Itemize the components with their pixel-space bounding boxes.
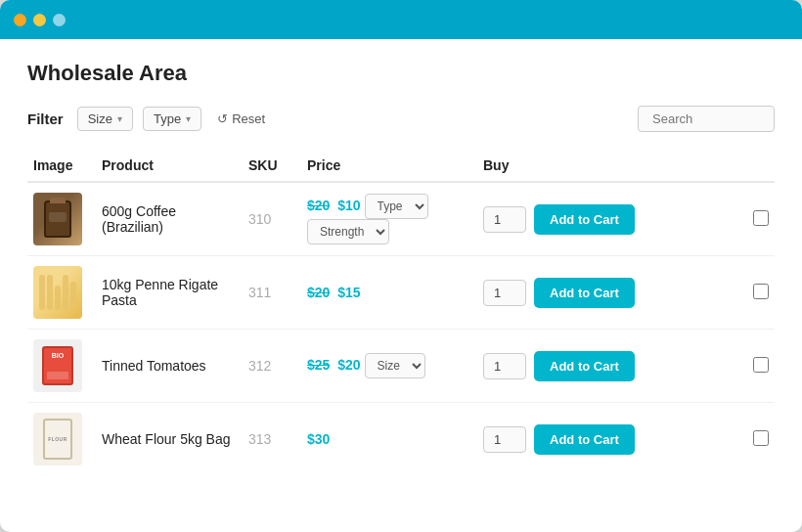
product-sku: 310 [248, 211, 271, 227]
filter-label: Filter [27, 111, 64, 127]
product-name: 10kg Penne Rigate Pasta [102, 277, 218, 308]
coffee-jar-icon [44, 200, 71, 238]
row-checkbox[interactable] [753, 357, 769, 373]
window-dot-green[interactable] [53, 14, 66, 26]
size-chevron-icon: ▾ [117, 113, 122, 124]
product-image-flour [33, 413, 82, 466]
buy-cell: Add to Cart [483, 278, 741, 308]
price-sale: $10 [337, 198, 360, 213]
table-row: 600g Coffee (Brazilian) 310 $20 $10 Type… [27, 182, 775, 256]
strength-select[interactable]: Strength [307, 219, 389, 244]
window-dot-yellow[interactable] [33, 14, 46, 26]
tomato-can-icon [42, 346, 73, 385]
buy-cell: Add to Cart [483, 351, 741, 381]
reset-button[interactable]: ↺ Reset [211, 108, 271, 130]
product-sku: 311 [248, 285, 271, 300]
row-checkbox[interactable] [753, 284, 769, 299]
product-sku: 312 [248, 358, 271, 374]
titlebar [0, 0, 802, 39]
window-dot-red[interactable] [14, 14, 26, 26]
type-filter[interactable]: Type ▾ [143, 107, 201, 131]
th-product: Product [96, 150, 243, 182]
type-chevron-icon: ▾ [186, 113, 191, 124]
product-name: Tinned Tomatoes [102, 358, 206, 374]
price-original: $20 [307, 198, 330, 213]
add-to-cart-button[interactable]: Add to Cart [534, 351, 635, 381]
products-table: Image Product SKU Price Buy [27, 150, 775, 475]
search-input[interactable] [638, 106, 775, 132]
pasta-icon [39, 275, 76, 310]
qty-input[interactable] [483, 280, 526, 306]
search-wrap [638, 106, 775, 132]
type-filter-label: Type [154, 111, 181, 126]
add-to-cart-button[interactable]: Add to Cart [534, 424, 635, 455]
size-select[interactable]: Size [365, 353, 425, 378]
add-to-cart-button[interactable]: Add to Cart [534, 204, 635, 235]
buy-cell: Add to Cart [483, 204, 741, 235]
product-image-coffee [33, 193, 82, 245]
price-only: $30 [307, 431, 330, 447]
app-window: Wholesale Area Filter Size ▾ Type ▾ ↺ Re… [0, 0, 802, 532]
main-content: Wholesale Area Filter Size ▾ Type ▾ ↺ Re… [0, 39, 802, 491]
reset-label: Reset [232, 111, 265, 126]
th-price: Price [301, 150, 477, 182]
product-name: Wheat Flour 5kg Bag [102, 431, 231, 447]
filter-bar: Filter Size ▾ Type ▾ ↺ Reset [27, 106, 775, 132]
price-original: $20 [307, 285, 330, 300]
qty-input[interactable] [483, 353, 526, 379]
price-original: $25 [307, 357, 330, 373]
qty-input[interactable] [483, 206, 526, 233]
qty-input[interactable] [483, 426, 526, 453]
th-image: Image [27, 150, 96, 182]
type-select[interactable]: Type [365, 194, 428, 219]
add-to-cart-button[interactable]: Add to Cart [534, 278, 635, 308]
product-sku: 313 [248, 431, 271, 447]
price-sale: $20 [337, 357, 360, 373]
product-image-tomato [33, 339, 82, 392]
th-buy: Buy [477, 150, 747, 182]
product-name: 600g Coffee (Brazilian) [102, 203, 176, 235]
buy-cell: Add to Cart [483, 424, 741, 455]
page-title: Wholesale Area [27, 61, 775, 86]
price-sale: $15 [337, 285, 360, 300]
row-checkbox[interactable] [753, 210, 769, 226]
table-row: Wheat Flour 5kg Bag 313 $30 Add to Cart [27, 403, 775, 476]
th-sku: SKU [243, 150, 301, 182]
size-filter-label: Size [88, 111, 112, 126]
size-filter[interactable]: Size ▾ [77, 107, 133, 131]
flour-bag-icon [43, 419, 72, 460]
table-row: Tinned Tomatoes 312 $25 $20 Size [27, 330, 775, 403]
table-row: 10kg Penne Rigate Pasta 311 $20 $15 Add … [27, 256, 775, 330]
product-image-pasta [33, 266, 82, 319]
reset-icon: ↺ [217, 111, 228, 126]
row-checkbox[interactable] [753, 430, 769, 446]
